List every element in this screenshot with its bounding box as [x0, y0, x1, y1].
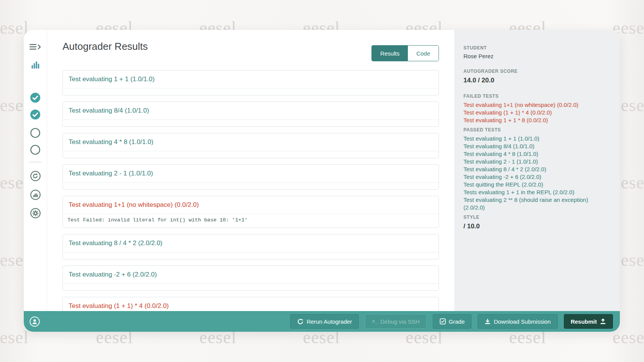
action-bar: Rerun Autograder >_ Debug via SSH Grade … [24, 311, 620, 332]
test-body [63, 284, 439, 290]
test-title: Test evaluating (1 + 1) * 4 (0.0/2.0) [63, 297, 439, 311]
failed-test-link[interactable]: Test evaluating 1 + 1 * 8 (0.0/2.0) [463, 116, 611, 124]
test-title: Test evaluating 4 * 8 (1.0/1.0) [63, 133, 439, 151]
menu-expand-icon[interactable] [24, 44, 47, 50]
test-body [63, 120, 439, 126]
results-code-toggle: Results Code [371, 45, 439, 61]
autograder-window: Autograder Results Results Code Test eva… [24, 30, 620, 332]
passed-tests-list: Test evaluating 1 + 1 (1.0/1.0)Test eval… [463, 135, 611, 211]
style-value: / 10.0 [463, 223, 611, 230]
test-card[interactable]: Test evaluating 8 / 4 * 2 (2.0/2.0) [62, 234, 439, 259]
test-body [63, 88, 439, 95]
passed-test-link[interactable]: Test evaluating 2 ** 8 (should raise an … [463, 196, 611, 211]
bar-chart-icon[interactable] [24, 61, 47, 69]
student-name: Rose Perez [463, 53, 611, 59]
test-body: Test Failed: invalid literal for int() w… [63, 214, 439, 228]
upload-icon [600, 318, 606, 324]
download-submission-label: Download Submission [494, 318, 550, 325]
score-label: AUTOGRADER SCORE [463, 69, 611, 74]
test-body [63, 151, 439, 158]
test-card[interactable]: Test evaluating 2 - 1 (1.0/1.0) [62, 164, 439, 190]
watermark-text: eesel [613, 327, 644, 347]
rerun-autograder-button[interactable]: Rerun Autograder [290, 314, 359, 329]
checkbox-icon [440, 318, 446, 324]
download-icon [485, 318, 491, 324]
refresh-icon [297, 318, 304, 325]
grade-label: Grade [449, 318, 465, 325]
submission-summary: STUDENT Rose Perez AUTOGRADER SCORE 14.0… [454, 30, 620, 311]
test-card[interactable]: Test evaluating 1+1 (no whitespace) (0.0… [62, 196, 439, 228]
check-circle-icon[interactable] [24, 110, 47, 120]
test-title: Test evaluating 1 + 1 (1.0/1.0) [63, 70, 439, 88]
test-body [63, 183, 439, 189]
test-card[interactable]: Test evaluating 4 * 8 (1.0/1.0) [62, 133, 439, 158]
icon-rail [24, 30, 47, 311]
person-circle-icon[interactable] [30, 316, 40, 327]
passed-test-link[interactable]: Test evaluating 8/4 (1.0/1.0) [463, 143, 611, 150]
gear-circle-icon[interactable] [24, 208, 47, 218]
resubmit-label: Resubmit [571, 318, 597, 325]
debug-ssh-label: Debug via SSH [380, 318, 420, 325]
passed-test-link[interactable]: Test evaluating 1 + 1 (1.0/1.0) [463, 135, 611, 143]
passed-test-link[interactable]: Test evaluating 2 - 1 (1.0/1.0) [463, 158, 611, 165]
student-label: STUDENT [463, 45, 611, 51]
grade-button[interactable]: Grade [433, 314, 472, 329]
debug-ssh-button[interactable]: >_ Debug via SSH [365, 314, 426, 329]
failed-test-link[interactable]: Test evaluating 1+1 (no whitespace) (0.0… [463, 101, 611, 109]
tab-code[interactable]: Code [408, 46, 439, 61]
terminal-icon: >_ [372, 319, 377, 324]
failed-tests-list: Test evaluating 1+1 (no whitespace) (0.0… [463, 101, 611, 124]
test-card[interactable]: Test evaluating -2 + 6 (2.0/2.0) [62, 265, 439, 291]
passed-test-link[interactable]: Test evaluating 8 / 4 * 2 (2.0/2.0) [463, 165, 611, 173]
test-body [63, 252, 439, 259]
chart-circle-icon[interactable] [24, 190, 47, 200]
failed-test-link[interactable]: Test evaluating (1 + 1) * 4 (0.0/2.0) [463, 109, 611, 116]
passed-test-link[interactable]: Test evaluating -2 + 6 (2.0/2.0) [463, 173, 611, 181]
test-title: Test evaluating 8/4 (1.0/1.0) [63, 102, 439, 120]
test-results-list: Test evaluating 1 + 1 (1.0/1.0) Test eva… [62, 70, 439, 311]
check-circle-icon[interactable] [24, 93, 47, 103]
rerun-autograder-label: Rerun Autograder [307, 318, 352, 325]
test-output: Test Failed: invalid literal for int() w… [67, 217, 434, 223]
results-panel: Autograder Results Results Code Test eva… [47, 30, 454, 311]
resubmit-button[interactable]: Resubmit [564, 314, 613, 329]
style-label: STYLE [463, 215, 611, 220]
page-title: Autograder Results [62, 41, 148, 52]
rail-divider [29, 162, 41, 162]
test-card[interactable]: Test evaluating 1 + 1 (1.0/1.0) [62, 70, 439, 95]
score-value: 14.0 / 20.0 [463, 77, 611, 84]
circle-outline-icon[interactable] [24, 128, 47, 138]
test-card[interactable]: Test evaluating 8/4 (1.0/1.0) [62, 102, 439, 127]
passed-tests-label: PASSED TESTS [463, 127, 611, 133]
watermark-text: eesel [0, 327, 29, 347]
tab-results[interactable]: Results [372, 46, 408, 61]
circle-outline-icon[interactable] [24, 145, 47, 155]
test-title: Test evaluating -2 + 6 (2.0/2.0) [63, 266, 439, 284]
download-submission-button[interactable]: Download Submission [478, 314, 557, 329]
passed-test-link[interactable]: Test evaluating 4 * 8 (1.0/1.0) [463, 150, 611, 158]
test-title: Test evaluating 1+1 (no whitespace) (0.0… [63, 196, 439, 214]
failed-tests-label: FAILED TESTS [463, 93, 611, 99]
test-title: Test evaluating 2 - 1 (1.0/1.0) [63, 165, 439, 183]
redo-circle-icon[interactable] [24, 171, 47, 181]
passed-test-link[interactable]: Test quitting the REPL (2.0/2.0) [463, 181, 611, 188]
test-card[interactable]: Test evaluating (1 + 1) * 4 (0.0/2.0) Te… [62, 297, 439, 311]
test-title: Test evaluating 8 / 4 * 2 (2.0/2.0) [63, 234, 439, 252]
passed-test-link[interactable]: Tests evaluating 1 + 1 in the REPL (2.0/… [463, 188, 611, 196]
